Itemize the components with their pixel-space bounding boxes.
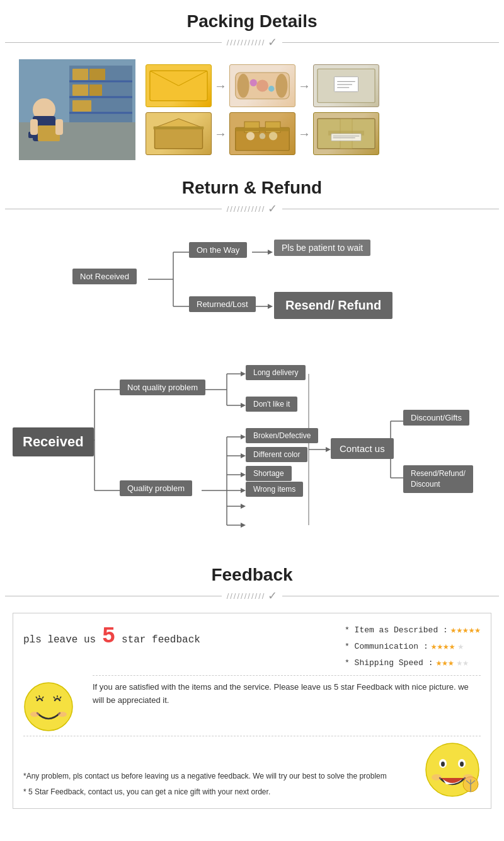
svg-rect-32 [155,128,203,149]
feedback-left: pls leave us 5 star feedback [23,624,200,649]
feedback-note-2: * 5 Star Feedback, contact us, you can g… [23,786,418,798]
smiley-peace-icon [424,741,481,798]
feedback-body-text: If you are satisfied with the items and … [93,681,481,707]
svg-rect-45 [331,134,362,141]
shipping-stars: ★★★ [436,656,454,669]
long-delivery-chip: Long delivery [246,365,306,380]
svg-rect-34 [154,127,204,130]
svg-line-93 [39,695,40,697]
discount-gifts-chip: Discount/Gifts [403,410,469,426]
svg-point-25 [250,79,257,86]
packing-divider: /////////// ✓ [0,35,504,49]
svg-point-24 [256,80,268,92]
svg-marker-77 [326,447,331,452]
diff-color-chip: Different color [246,447,307,462]
shipping-colon: : [428,658,433,668]
packing-section: → → [0,59,504,166]
arrow-right-icon: → [214,79,227,93]
arrow-right-icon-2: → [298,79,311,93]
candy-package-box [229,64,295,107]
svg-point-40 [260,133,266,139]
svg-point-91 [25,683,72,731]
feedback-ratings: * Item as Described : ★★★★★ * Communicat… [345,624,481,669]
svg-marker-87 [241,472,246,477]
feedback-top-row: pls leave us 5 star feedback * Item as D… [23,624,481,669]
open-brown-box-small [146,112,212,155]
returned-lost-chip: Returned/Lost [189,296,256,312]
svg-rect-6 [72,69,88,80]
svg-rect-7 [89,69,105,80]
chevron-down-icon: ✓ [268,35,277,49]
broken-chip: Broken/Defective [246,428,318,443]
svg-point-22 [238,74,249,98]
refund-divider: /////////// ✓ [0,202,504,216]
divider-decoration: /////////// [227,38,266,47]
divider-decoration-2: /////////// [227,204,266,214]
svg-marker-33 [155,119,203,127]
svg-rect-10 [72,100,91,112]
feedback-middle-row: If you are satisfied with the items and … [23,675,481,732]
svg-point-41 [269,132,277,140]
chevron-down-icon-3: ✓ [268,589,277,603]
svg-point-99 [58,712,67,717]
feedback-box: pls leave us 5 star feedback * Item as D… [13,613,491,809]
warehouse-photo [19,59,135,160]
svg-point-109 [432,774,442,780]
star-number: 5 [102,624,116,649]
arrow-right-icon-4: → [298,127,311,141]
svg-point-110 [463,774,473,780]
svg-marker-86 [241,453,246,458]
arrow-right-icon-3: → [214,127,227,141]
refund-title: Return & Refund [0,178,504,198]
dont-like-chip: Don't like it [246,397,297,412]
quality-chip: Quality problem [120,480,192,496]
packing-images: → → [19,59,485,160]
not-received-chip: Not Received [72,269,137,284]
feedback-section: pls leave us 5 star feedback * Item as D… [0,613,504,828]
contact-us-chip: Contact us [331,438,394,459]
labeled-package-box [313,64,379,107]
divider-decoration-3: /////////// [227,591,266,601]
svg-marker-54 [268,250,273,255]
feedback-note-1: *Any problem, pls contact us before leav… [23,770,418,782]
communication-colon: : [423,642,428,651]
feedback-text-block: If you are satisfied with the items and … [93,675,481,712]
svg-marker-56 [268,304,273,309]
smiley-face-icon [23,682,74,732]
svg-point-104 [460,762,464,767]
resend-refund-discount-chip: Resend/Refund/ Discount [403,465,473,493]
shipping-stars-empty: ★★ [457,656,469,669]
svg-marker-88 [241,488,246,493]
open-box-items [229,112,295,155]
shipping-label: * Shipping Speed [345,658,423,668]
feedback-divider: /////////// ✓ [0,589,504,603]
svg-point-26 [268,86,275,92]
svg-point-23 [275,74,287,98]
on-the-way-chip: On the Way [189,242,247,258]
svg-point-102 [441,762,445,767]
pls-text: pls leave us [23,634,96,646]
communication-stars: ★★★★ [431,640,455,652]
svg-marker-83 [241,371,246,376]
packing-row-2: → → [146,112,485,155]
svg-rect-9 [89,84,102,96]
svg-point-39 [246,132,255,140]
item-described-row: * Item as Described : ★★★★★ [345,624,481,636]
svg-rect-38 [236,128,290,132]
packing-title: Packing Details [0,11,504,32]
feedback-title: Feedback [0,565,504,585]
feedback-bottom: *Any problem, pls contact us before leav… [23,736,481,798]
star-text: star feedback [122,634,200,646]
item-described-stars: ★★★★★ [450,624,481,636]
chevron-down-icon-2: ✓ [268,202,277,216]
svg-point-98 [30,712,39,717]
communication-label: * Communication [345,642,418,651]
svg-rect-8 [72,84,88,96]
svg-marker-90 [241,523,246,528]
received-chip: Received [13,427,94,456]
svg-marker-89 [241,504,246,509]
wrong-items-chip: Wrong items [246,482,303,497]
refund-section: Not Received On the Way Returned/Lost Pl… [0,226,504,554]
svg-marker-84 [241,403,246,408]
item-described-label: * Item as Described : [345,625,448,635]
